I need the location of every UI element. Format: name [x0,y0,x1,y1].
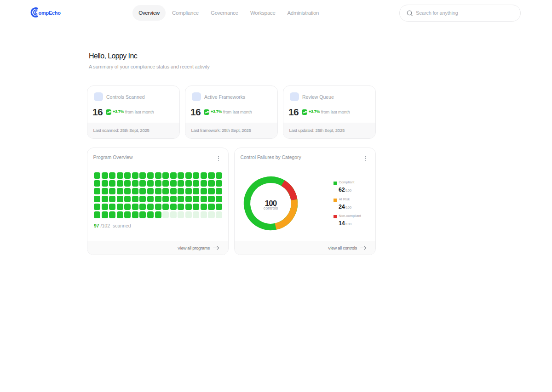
svg-text:ompEcho: ompEcho [39,10,61,16]
